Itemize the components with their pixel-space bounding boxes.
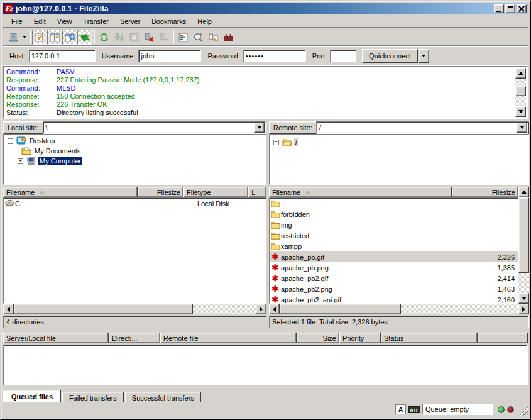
remote-site-dropdown[interactable] xyxy=(517,123,527,133)
file-row[interactable]: ✱ apache_pb2.gif 2,414 xyxy=(270,273,518,284)
log-label: Response: xyxy=(6,92,57,101)
file-row[interactable]: forbidden xyxy=(270,209,518,219)
scroll-left-button[interactable] xyxy=(3,304,14,314)
local-list-hscrollbar[interactable] xyxy=(3,304,266,314)
resize-grip[interactable] xyxy=(519,407,528,416)
menu-file[interactable]: File xyxy=(6,16,28,26)
expand-toggle[interactable]: + xyxy=(18,158,23,164)
menu-bookmarks[interactable]: Bookmarks xyxy=(146,16,192,26)
log-text: 226 Transfer OK xyxy=(57,101,107,108)
collapse-toggle[interactable]: - xyxy=(8,138,13,144)
directory-listing-filters-button[interactable] xyxy=(175,30,190,45)
quickconnect-button[interactable]: Quickconnect xyxy=(362,49,418,63)
scroll-down-button[interactable] xyxy=(515,106,526,117)
site-manager-dropdown[interactable] xyxy=(21,30,28,44)
maximize-button[interactable] xyxy=(505,4,515,13)
tab-successful-transfers[interactable]: Successful transfers xyxy=(125,392,201,402)
file-size: 2,414 xyxy=(497,275,518,282)
file-row[interactable]: restricted xyxy=(270,230,518,241)
remote-site-value: / xyxy=(319,124,321,131)
column-label: Status xyxy=(384,334,403,342)
quickconnect-dropdown[interactable] xyxy=(419,49,429,63)
site-manager-button[interactable] xyxy=(6,30,21,45)
scrollbar-thumb[interactable] xyxy=(518,197,529,273)
file-row[interactable]: img xyxy=(270,219,518,230)
tree-item-label[interactable]: / xyxy=(294,138,298,146)
menu-server[interactable]: Server xyxy=(114,16,146,26)
remote-list-hscrollbar[interactable] xyxy=(269,304,529,314)
port-input[interactable] xyxy=(330,50,356,62)
file-row[interactable]: ✱ apache_pb2_ani.gif 2,160 xyxy=(270,294,518,304)
column-priority[interactable]: Priority xyxy=(339,333,381,343)
folder-icon xyxy=(270,231,281,240)
toggle-local-tree-button[interactable] xyxy=(47,30,62,45)
column-last-modified[interactable]: L xyxy=(248,187,266,197)
file-search-button[interactable] xyxy=(190,30,205,45)
file-row[interactable]: ✱ apache_pb2.png 1,463 xyxy=(270,284,518,294)
menu-transfer[interactable]: Transfer xyxy=(77,16,114,26)
host-input[interactable] xyxy=(29,50,96,62)
tree-item-root[interactable]: + / xyxy=(273,137,528,147)
scroll-left-button[interactable] xyxy=(269,304,280,314)
tab-queued-files[interactable]: Queued files xyxy=(3,390,61,402)
scrollbar-thumb[interactable] xyxy=(515,86,526,96)
close-button[interactable] xyxy=(517,4,527,13)
column-remote-file[interactable]: Remote file xyxy=(160,333,297,343)
column-filetype[interactable]: Filetype xyxy=(183,187,248,197)
minimize-button[interactable] xyxy=(494,4,504,13)
find-files-button[interactable] xyxy=(221,30,236,45)
column-filesize[interactable]: Filesize xyxy=(138,187,183,197)
menu-edit[interactable]: Edit xyxy=(28,16,52,26)
tree-item-my-documents[interactable]: My Documents xyxy=(8,146,266,156)
local-site-dropdown[interactable] xyxy=(254,123,265,133)
local-site-combobox[interactable]: \ xyxy=(43,121,266,134)
password-input[interactable] xyxy=(243,50,306,62)
log-scrollbar[interactable] xyxy=(515,68,526,117)
directory-comparison-button[interactable] xyxy=(205,30,221,45)
file-row-local-drive[interactable]: C: Local Disk xyxy=(4,198,266,209)
column-filename[interactable]: Filename xyxy=(3,187,138,197)
scroll-right-button[interactable] xyxy=(256,304,266,314)
column-filesize[interactable]: Filesize xyxy=(452,187,518,197)
scrollbar-thumb[interactable] xyxy=(280,304,401,314)
arrow-left-icon xyxy=(273,307,276,312)
menu-view[interactable]: View xyxy=(52,16,78,26)
remote-file-list: .. forbidden img restricted xampp ✱ apac… xyxy=(269,197,518,304)
tree-item-label[interactable]: Desktop xyxy=(28,137,56,145)
image-file-icon: ✱ xyxy=(270,296,281,304)
tree-item-desktop[interactable]: - Desktop xyxy=(8,136,266,146)
reconnect-button[interactable] xyxy=(156,30,172,45)
disconnect-button[interactable] xyxy=(141,30,156,45)
scroll-right-button[interactable] xyxy=(518,304,529,314)
file-row[interactable]: .. xyxy=(270,198,518,209)
scroll-up-button[interactable] xyxy=(515,68,526,79)
remote-list-scrollbar[interactable] xyxy=(518,187,529,304)
username-input[interactable] xyxy=(138,50,201,62)
tree-item-label[interactable]: My Documents xyxy=(33,147,82,155)
scroll-down-button[interactable] xyxy=(518,293,529,304)
toggle-transfer-queue-button[interactable] xyxy=(77,30,92,45)
file-row[interactable]: ✱ apache_pb.png 1,385 xyxy=(270,262,518,273)
tab-failed-transfers[interactable]: Failed transfers xyxy=(62,392,124,402)
tree-item-my-computer[interactable]: + My Computer xyxy=(8,156,266,166)
scroll-up-button[interactable] xyxy=(518,187,529,197)
toolbar-separator xyxy=(30,30,31,44)
menu-help[interactable]: Help xyxy=(192,16,217,26)
file-row-selected[interactable]: ✱ apache_pb.gif 2,326 xyxy=(270,251,518,262)
column-filename[interactable]: Filename xyxy=(269,187,452,197)
column-server-local-file[interactable]: Server/Local file xyxy=(3,333,109,343)
column-direction[interactable]: Directi... xyxy=(109,333,160,343)
cancel-button[interactable] xyxy=(126,30,141,45)
column-size[interactable]: Size xyxy=(297,333,339,343)
expand-toggle[interactable]: + xyxy=(273,140,279,145)
local-site-value: \ xyxy=(46,124,48,131)
scrollbar-thumb[interactable] xyxy=(14,304,193,314)
process-queue-button[interactable] xyxy=(111,30,126,45)
toggle-message-log-button[interactable] xyxy=(32,30,47,45)
refresh-button[interactable] xyxy=(96,30,111,45)
tree-item-label[interactable]: My Computer xyxy=(38,157,82,165)
file-row[interactable]: xampp xyxy=(270,241,518,251)
toggle-remote-tree-button[interactable] xyxy=(62,30,77,45)
column-status[interactable]: Status xyxy=(381,333,478,343)
remote-site-combobox[interactable]: / xyxy=(316,121,528,134)
